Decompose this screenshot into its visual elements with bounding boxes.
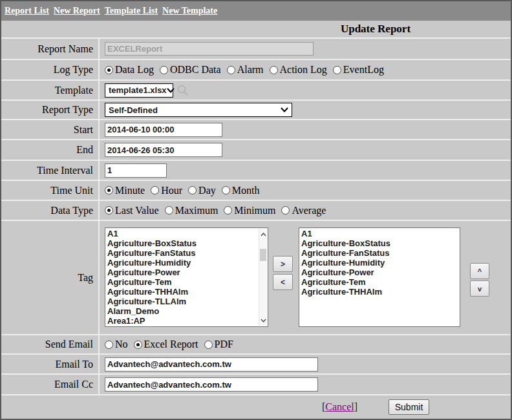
nav-report-list[interactable]: Report List — [5, 6, 49, 16]
radio-data-type-last-value[interactable]: Last Value — [105, 205, 159, 216]
radio-checked-icon — [105, 186, 113, 194]
radio-send-email-no[interactable]: No — [105, 339, 128, 350]
radio-icon — [281, 206, 290, 215]
radio-log-type-data-log[interactable]: Data Log — [105, 64, 154, 76]
email-to-input[interactable] — [105, 357, 318, 372]
list-item[interactable]: Agriculture-BoxStatus — [301, 238, 460, 248]
cancel-link-wrap: [Cancel] — [322, 401, 357, 413]
chevron-down-icon — [167, 88, 175, 93]
list-item[interactable]: Agriculture-TLLAlm — [107, 297, 268, 306]
end-row: End — [1, 140, 511, 161]
list-item[interactable]: Agriculture-Tem — [301, 277, 460, 287]
list-item[interactable]: Agriculture-FanStatus — [107, 248, 268, 258]
list-item[interactable]: Agriculture-Tem — [107, 277, 268, 287]
template-label: Template — [1, 81, 100, 100]
radio-data-type-minimum[interactable]: Minimum — [224, 205, 275, 216]
radio-checked-icon — [105, 206, 113, 215]
scroll-down-icon[interactable] — [259, 315, 267, 325]
magnifier-icon — [176, 84, 189, 96]
report-type-row: Report Type Self-Defined — [1, 101, 511, 120]
scroll-up-icon[interactable] — [259, 229, 267, 239]
radio-time-unit-day[interactable]: Day — [188, 185, 216, 196]
nav-new-report[interactable]: New Report — [54, 6, 100, 16]
list-item[interactable]: Agriculture-THHAlm — [107, 287, 268, 297]
remove-tag-button[interactable]: < — [273, 274, 293, 290]
time-unit-label: Time Unit — [1, 181, 100, 200]
report-type-select[interactable]: Self-Defined — [105, 103, 292, 117]
data-type-label: Data Type — [1, 201, 100, 220]
footer-row: [Cancel] Submit — [1, 395, 511, 419]
email-cc-row: Email Cc — [1, 375, 511, 395]
log-type-radio-group: Data Log ODBC Data Alarm Action Log Even… — [100, 64, 511, 76]
time-unit-radio-group: Minute Hour Day Month — [100, 185, 511, 196]
radio-icon — [188, 186, 197, 194]
radio-icon — [227, 66, 235, 74]
radio-log-type-odbc-data[interactable]: ODBC Data — [160, 64, 221, 76]
radio-data-type-average[interactable]: Average — [281, 205, 326, 216]
radio-send-email-excel-report[interactable]: Excel Report — [134, 339, 198, 350]
radio-checked-icon — [134, 341, 142, 349]
radio-icon — [105, 341, 113, 349]
tag-available-list[interactable]: A1 Agriculture-BoxStatus Agriculture-Fan… — [105, 227, 268, 327]
send-email-row: Send Email No Excel Report PDF — [1, 335, 511, 355]
log-type-row: Log Type Data Log ODBC Data Alarm Action… — [1, 60, 511, 81]
cancel-link[interactable]: Cancel — [325, 401, 354, 412]
send-email-label: Send Email — [1, 335, 100, 353]
tag-row: Tag A1 Agriculture-BoxStatus Agriculture… — [1, 221, 511, 335]
report-type-select-value: Self-Defined — [109, 105, 158, 115]
list-item[interactable]: Agriculture-BoxStatus — [107, 238, 268, 248]
radio-log-type-eventlog[interactable]: EventLog — [333, 64, 384, 76]
radio-send-email-pdf[interactable]: PDF — [204, 339, 233, 350]
radio-log-type-action-log[interactable]: Action Log — [270, 64, 327, 76]
log-type-label: Log Type — [1, 60, 100, 79]
radio-time-unit-month[interactable]: Month — [222, 185, 260, 196]
list-item[interactable]: Agriculture-Humidity — [107, 258, 268, 268]
email-to-row: Email To — [1, 355, 511, 375]
tag-selected-list[interactable]: A1 Agriculture-BoxStatus Agriculture-Fan… — [299, 227, 460, 327]
tag-label: Tag — [1, 221, 100, 334]
list-item[interactable]: Agriculture-FanStatus — [301, 248, 460, 258]
nav-template-list[interactable]: Template List — [105, 6, 158, 16]
data-type-row: Data Type Last Value Maximum Minimum Ave… — [1, 201, 511, 221]
list-item[interactable]: A1 — [301, 229, 460, 238]
radio-time-unit-minute[interactable]: Minute — [105, 185, 145, 196]
radio-icon — [333, 66, 341, 74]
radio-checked-icon — [105, 66, 113, 74]
time-interval-input[interactable] — [105, 163, 167, 178]
list-item[interactable]: A1 — [107, 229, 268, 238]
radio-icon — [160, 66, 168, 74]
end-input[interactable] — [105, 143, 222, 157]
time-interval-row: Time Interval — [1, 161, 511, 181]
report-name-label: Report Name — [1, 39, 100, 59]
nav-new-template[interactable]: New Template — [162, 6, 217, 16]
bracket-close: ] — [354, 401, 357, 412]
move-up-button[interactable]: ^ — [470, 263, 489, 279]
list-item[interactable]: Agriculture-Humidity — [301, 258, 460, 268]
radio-data-type-maximum[interactable]: Maximum — [165, 205, 219, 216]
end-label: End — [1, 140, 100, 160]
email-cc-input[interactable] — [105, 377, 318, 392]
title-row: Update Report — [1, 21, 511, 39]
radio-icon — [204, 341, 213, 349]
add-tag-button[interactable]: > — [273, 256, 293, 272]
scrollbar[interactable] — [259, 229, 267, 326]
list-item[interactable]: Alarm_Demo — [107, 306, 268, 316]
scrollbar-thumb[interactable] — [260, 249, 266, 261]
list-item[interactable]: Agriculture-Power — [301, 268, 460, 277]
time-interval-label: Time Interval — [1, 161, 100, 180]
radio-icon — [165, 206, 173, 215]
template-row: Template template1.xlsx — [1, 81, 511, 101]
radio-icon — [224, 206, 232, 215]
list-item[interactable]: Agriculture-THHAlm — [301, 287, 460, 297]
email-to-label: Email To — [1, 355, 100, 373]
submit-button[interactable]: Submit — [389, 399, 429, 415]
radio-log-type-alarm[interactable]: Alarm — [227, 64, 264, 76]
list-item[interactable]: Area1:AP — [107, 316, 268, 326]
start-input[interactable] — [105, 123, 222, 137]
template-select[interactable]: template1.xlsx — [105, 83, 173, 98]
list-item[interactable]: Agriculture-Power — [107, 268, 268, 277]
send-email-radio-group: No Excel Report PDF — [100, 339, 511, 350]
radio-time-unit-hour[interactable]: Hour — [151, 185, 182, 196]
move-down-button[interactable]: v — [470, 280, 489, 297]
email-cc-label: Email Cc — [1, 375, 100, 394]
